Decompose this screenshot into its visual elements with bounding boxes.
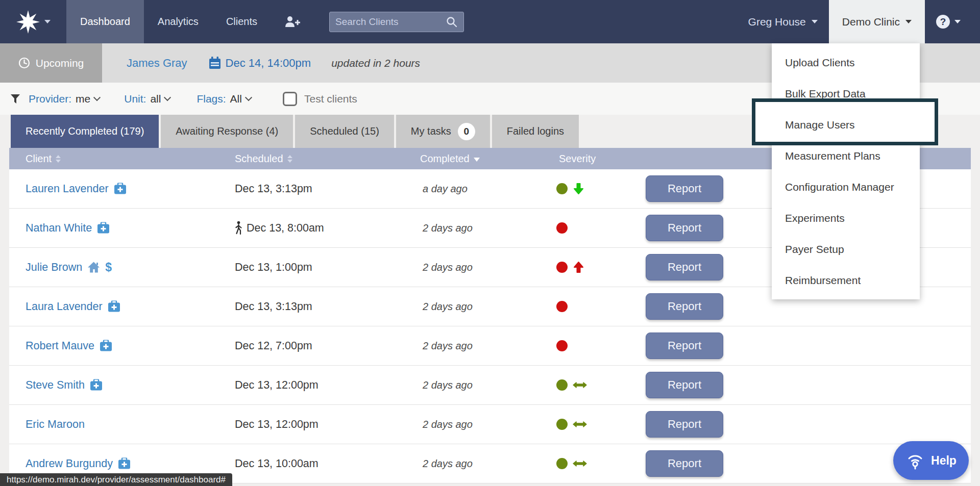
test-clients-checkbox[interactable] (283, 92, 297, 106)
report-button[interactable]: Report (646, 293, 723, 320)
nav-tab-dashboard[interactable]: Dashboard (66, 0, 144, 43)
dollar-icon[interactable]: $ (105, 261, 112, 274)
brand-menu[interactable] (0, 0, 66, 43)
column-label: Completed (420, 153, 470, 165)
dropdown-item-configuration-manager[interactable]: Configuration Manager (772, 171, 920, 202)
tab-label: Awaiting Response (4) (176, 125, 278, 137)
client-link[interactable]: Robert Mauve (26, 340, 94, 352)
client-link[interactable]: Eric Maroon (26, 418, 85, 431)
navbar-right: Greg House Demo Clinic ? (737, 0, 980, 43)
column-header-client[interactable]: Client (26, 148, 61, 169)
person-add-icon (284, 15, 301, 29)
completed-cell: 2 days ago (423, 379, 473, 391)
severity-dot-red (556, 301, 568, 312)
upcoming-tab-label: Upcoming (36, 57, 84, 69)
report-button[interactable]: Report (646, 215, 723, 241)
dropdown-item-payer-setup[interactable]: Payer Setup (772, 234, 920, 265)
next-client-link[interactable]: James Gray (127, 57, 187, 70)
nav-tab-clients[interactable]: Clients (212, 0, 271, 43)
report-button[interactable]: Report (646, 332, 723, 359)
next-appointment[interactable]: Dec 14, 14:00pm (209, 57, 311, 70)
severity-dot-red (556, 340, 568, 351)
unit-filter-value: all (150, 93, 161, 105)
dropdown-item-manage-users[interactable]: Manage Users (772, 109, 920, 140)
tab-label: Recently Completed (179) (26, 125, 144, 137)
completed-cell: 2 days ago (423, 340, 473, 352)
client-link[interactable]: Nathan White (26, 222, 92, 235)
dropdown-item-bulk-export-data[interactable]: Bulk Export Data (772, 78, 920, 109)
severity-cell (556, 458, 587, 469)
completed-cell: 2 days ago (423, 262, 473, 273)
upcoming-tab[interactable]: Upcoming (0, 43, 102, 83)
client-link[interactable]: Julie Brown (26, 261, 82, 274)
dropdown-item-experiments[interactable]: Experiments (772, 202, 920, 234)
chevron-down-icon (44, 20, 51, 23)
tab-label: My tasks (411, 125, 451, 137)
my-tasks-badge: 0 (458, 123, 475, 140)
add-client-button[interactable] (271, 0, 314, 43)
tab-my-tasks[interactable]: My tasks 0 (396, 115, 490, 148)
scheduled-cell: Dec 13, 1:00pm (235, 261, 312, 274)
scheduled-cell: Dec 13, 12:00pm (235, 379, 318, 392)
scheduled-cell: Dec 13, 8:00am (235, 221, 324, 235)
flags-filter[interactable]: Flags: All (197, 93, 251, 105)
severity-cell (556, 222, 568, 234)
house-icon[interactable] (87, 262, 100, 273)
help-button[interactable]: Help (893, 441, 969, 480)
user-menu-label: Greg House (748, 16, 806, 28)
tab-failed-logins[interactable]: Failed logins (492, 115, 579, 148)
report-button[interactable]: Report (646, 175, 723, 202)
nav-tab-analytics[interactable]: Analytics (144, 0, 212, 43)
calendar-icon (209, 57, 221, 69)
medkit-icon[interactable] (108, 301, 120, 313)
tab-awaiting-response[interactable]: Awaiting Response (4) (161, 115, 293, 148)
search-input[interactable] (335, 16, 446, 28)
medkit-icon[interactable] (90, 379, 103, 391)
medkit-icon[interactable] (100, 340, 112, 352)
dropdown-item-reimbursement[interactable]: Reimbursement (772, 265, 920, 296)
chevron-down-icon (954, 20, 961, 23)
clock-icon (18, 57, 30, 69)
test-clients-label: Test clients (304, 93, 357, 105)
client-search-box[interactable] (329, 12, 464, 32)
walking-person-icon (235, 221, 242, 235)
scheduled-cell: Dec 13, 3:13pm (235, 183, 312, 195)
client-link[interactable]: Andrew Burgundy (26, 457, 113, 470)
provider-filter[interactable]: Provider: me (29, 93, 100, 105)
client-link[interactable]: Lauren Lavender (26, 183, 109, 195)
dashboard-tabs: Recently Completed (179) Awaiting Respon… (11, 115, 579, 148)
medkit-icon[interactable] (114, 183, 127, 195)
severity-dot-green (556, 183, 568, 194)
unit-filter[interactable]: Unit: all (124, 93, 170, 105)
column-header-severity: Severity (559, 148, 596, 169)
tab-recently-completed[interactable]: Recently Completed (179) (11, 115, 159, 148)
severity-cell (556, 261, 585, 274)
report-button[interactable]: Report (646, 254, 723, 280)
chevron-down-icon (812, 20, 818, 23)
dropdown-item-measurement-plans[interactable]: Measurement Plans (772, 140, 920, 171)
medkit-icon[interactable] (118, 458, 131, 470)
client-link[interactable]: Laura Lavender (26, 300, 103, 313)
help-menu[interactable]: ? (925, 0, 980, 43)
severity-cell (556, 379, 587, 391)
report-button[interactable]: Report (646, 450, 723, 477)
org-menu-demo-clinic[interactable]: Demo Clinic (829, 0, 925, 43)
chevron-down-icon (164, 94, 171, 101)
column-header-completed[interactable]: Completed (420, 148, 480, 169)
trend-flat-icon (572, 459, 587, 468)
dropdown-item-upload-clients[interactable]: Upload Clients (772, 47, 920, 78)
medkit-icon[interactable] (97, 222, 110, 234)
severity-cell (556, 340, 568, 351)
org-dropdown-menu: Upload Clients Bulk Export Data Manage U… (772, 43, 920, 299)
search-icon[interactable] (446, 16, 458, 28)
client-link[interactable]: Steve Smith (26, 379, 85, 392)
completed-cell: 2 days ago (423, 222, 473, 234)
column-header-scheduled[interactable]: Scheduled (235, 148, 292, 169)
report-button[interactable]: Report (646, 411, 723, 438)
help-button-label: Help (931, 454, 957, 468)
unit-filter-label: Unit: (124, 93, 146, 105)
user-menu-greg-house[interactable]: Greg House (737, 0, 829, 43)
appointment-datetime: Dec 14, 14:00pm (226, 57, 311, 70)
tab-scheduled[interactable]: Scheduled (15) (295, 115, 394, 148)
report-button[interactable]: Report (646, 372, 723, 398)
